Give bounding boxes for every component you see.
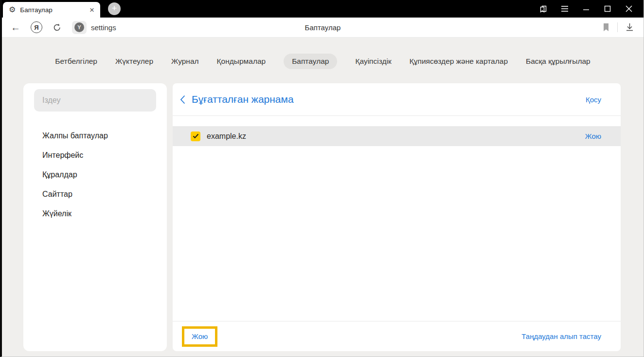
empty-space (173, 146, 621, 321)
nav-security[interactable]: Қауіпсіздік (355, 54, 391, 69)
url-text[interactable]: settings (91, 23, 116, 32)
reload-icon[interactable] (53, 23, 62, 32)
row-checkbox[interactable] (191, 132, 200, 141)
settings-gear-icon: ⚙ (9, 6, 16, 14)
nav-bookmarks[interactable]: Бетбелгілер (55, 54, 97, 69)
settings-page: Бетбелгілер Жүктеулер Журнал Қондырмалар… (2, 38, 644, 357)
nav-other-devices[interactable]: Басқа құрылғылар (526, 54, 590, 69)
blocked-ads-panel: Бұғатталған жарнама Қосу example.kz Жою (173, 83, 621, 351)
nav-settings[interactable]: Баптаулар (284, 54, 337, 69)
deselect-button[interactable]: Таңдаудан алып тастау (521, 332, 601, 340)
panel-footer: Жою Таңдаудан алып тастау (173, 321, 621, 351)
search-input[interactable] (34, 89, 156, 112)
address-bar[interactable]: Y settings (72, 21, 116, 34)
panel-title: Бұғатталған жарнама (192, 94, 294, 105)
titlebar: ⚙ Баптаулар × + (2, 0, 644, 18)
toolbar-left: ← Я Y settings (2, 21, 116, 34)
toolbar-right (603, 22, 644, 32)
window-controls (533, 0, 644, 18)
bookmark-flag-icon[interactable] (603, 23, 609, 32)
panel-header: Бұғатталған жарнама Қосу (173, 83, 621, 116)
sidebar-item-system[interactable]: Жүйелік (42, 204, 156, 224)
delete-highlight-box: Жою (182, 326, 217, 347)
row-delete-button[interactable]: Жою (585, 132, 601, 140)
sidebar-list: Жалпы баптаулар Интерфейс Құралдар Сайтт… (42, 126, 156, 224)
nav-downloads[interactable]: Жүктеулер (115, 54, 153, 69)
yandex-logo-icon[interactable]: Я (31, 21, 42, 33)
toolbar: ← Я Y settings Баптаулар (2, 18, 644, 38)
protect-icon: Y (74, 22, 84, 32)
close-window-icon[interactable] (618, 0, 640, 18)
maximize-icon[interactable] (597, 0, 618, 18)
sidebar-item-sites[interactable]: Сайттар (42, 185, 156, 204)
sidebar-item-tools[interactable]: Құралдар (42, 165, 156, 185)
nav-extensions[interactable]: Қондырмалар (217, 54, 266, 69)
sidebar-item-interface[interactable]: Интерфейс (42, 146, 156, 165)
back-icon[interactable]: ← (11, 22, 20, 32)
protect-badge[interactable]: Y (72, 21, 87, 34)
minimize-icon[interactable] (575, 0, 597, 18)
toolbar-divider (617, 22, 618, 32)
content-row: Жалпы баптаулар Интерфейс Құралдар Сайтт… (23, 83, 621, 351)
settings-nav: Бетбелгілер Жүктеулер Журнал Қондырмалар… (2, 54, 644, 69)
downloads-icon[interactable] (626, 23, 634, 32)
tab-panels-icon[interactable] (533, 0, 554, 18)
site-name: example.kz (207, 132, 246, 141)
sidebar-item-general[interactable]: Жалпы баптаулар (42, 126, 156, 146)
tab-close-icon[interactable]: × (89, 6, 94, 14)
blocked-site-row[interactable]: example.kz Жою (173, 126, 621, 146)
settings-sidebar: Жалпы баптаулар Интерфейс Құралдар Сайтт… (23, 83, 167, 351)
browser-tab[interactable]: ⚙ Баптаулар × (3, 2, 100, 18)
add-button[interactable]: Қосу (586, 95, 601, 104)
menu-icon[interactable] (554, 0, 575, 18)
browser-window: ⚙ Баптаулар × + (0, 0, 644, 357)
delete-selected-button[interactable]: Жою (192, 332, 208, 340)
tab-title: Баптаулар (20, 6, 85, 14)
nav-history[interactable]: Журнал (171, 54, 199, 69)
back-chevron-icon[interactable] (180, 95, 185, 104)
new-tab-button[interactable]: + (108, 2, 121, 15)
nav-passwords[interactable]: Құпиясөздер және карталар (410, 54, 508, 69)
